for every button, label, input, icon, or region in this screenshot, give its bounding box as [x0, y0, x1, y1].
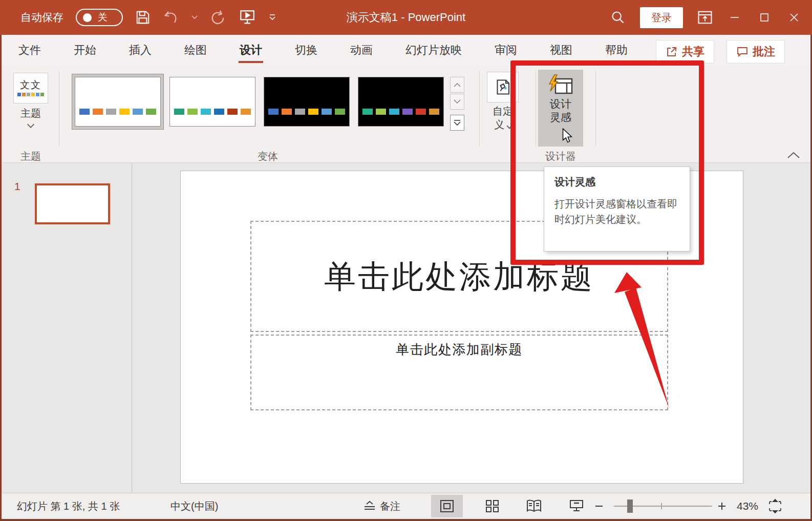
themes-chevron-down-icon — [27, 121, 34, 128]
slide-sorter-icon — [485, 499, 500, 513]
maximize-button[interactable] — [750, 0, 779, 35]
language-status[interactable]: 中文(中国) — [170, 493, 218, 519]
themes-group-label: 主题 — [13, 150, 48, 163]
autosave-toggle[interactable]: 关 — [76, 9, 123, 26]
tab-draw[interactable]: 绘图 — [183, 38, 208, 62]
toggle-knob-icon — [83, 13, 92, 22]
normal-view-button[interactable] — [431, 495, 463, 517]
redo-icon[interactable] — [210, 9, 226, 26]
themes-button-label-wrap[interactable]: 主题 — [13, 107, 48, 129]
reading-view-button[interactable] — [518, 495, 550, 517]
ribbon-separator — [59, 71, 59, 147]
variants-more-button[interactable] — [450, 115, 464, 131]
variants-scroll-up-button[interactable] — [450, 77, 464, 93]
ribbon-separator — [479, 71, 480, 147]
minus-icon — [594, 502, 604, 511]
variant-4-swatches — [361, 108, 441, 117]
zoom-level[interactable]: 43% — [737, 493, 758, 519]
ribbon-display-options-icon[interactable] — [690, 0, 720, 35]
slideshow-view-icon — [569, 499, 584, 513]
undo-icon[interactable] — [163, 10, 179, 25]
format-background-icon — [494, 78, 512, 96]
zoom-out-button[interactable] — [594, 493, 604, 519]
tab-slideshow[interactable]: 幻灯片放映 — [404, 38, 463, 62]
slide-1-thumbnail[interactable] — [35, 183, 110, 224]
undo-dropdown-chevron-icon[interactable] — [191, 15, 198, 19]
tab-animations[interactable]: 动画 — [349, 38, 374, 62]
tab-review[interactable]: 审阅 — [494, 38, 518, 62]
annotation-highlight-box — [510, 60, 704, 265]
window-border-bottom — [0, 519, 812, 521]
comment-icon — [736, 46, 749, 58]
tab-transitions[interactable]: 切换 — [294, 38, 318, 62]
notes-icon — [364, 501, 376, 512]
chevron-up-icon — [787, 152, 800, 159]
variant-thumbnail-1[interactable] — [75, 77, 161, 127]
powerpoint-window: 自动保存 关 — [0, 0, 812, 521]
search-icon[interactable] — [603, 0, 633, 35]
tab-insert[interactable]: 插入 — [128, 38, 153, 62]
autosave-state: 关 — [98, 11, 108, 24]
notes-button[interactable]: 备注 — [364, 493, 400, 519]
slide-info[interactable]: 幻灯片 第 1 张, 共 1 张 — [17, 493, 120, 519]
slide-number: 1 — [14, 180, 20, 193]
normal-view-icon — [440, 499, 454, 513]
status-bar: 幻灯片 第 1 张, 共 1 张 中文(中国) 备注 — [2, 493, 810, 519]
share-icon — [666, 46, 678, 58]
more-gallery-icon — [454, 119, 461, 126]
subtitle-placeholder[interactable]: 单击此处添加副标题 — [250, 335, 668, 410]
minimize-button[interactable] — [720, 0, 750, 35]
variant-thumbnail-4[interactable] — [358, 77, 444, 127]
autosave-label: 自动保存 — [20, 10, 63, 25]
tab-view[interactable]: 视图 — [549, 38, 573, 62]
close-button[interactable] — [779, 0, 809, 35]
themes-gallery-button[interactable]: 文文 — [13, 73, 48, 103]
zoom-slider-thumb[interactable] — [627, 499, 633, 513]
plus-icon — [717, 502, 726, 511]
variants-scroll-down-button[interactable] — [450, 94, 464, 110]
slide-thumbnail-panel: 1 — [2, 163, 132, 493]
variant-thumbnail-3[interactable] — [264, 77, 350, 127]
chevron-down-icon — [454, 99, 461, 104]
themes-button-label: 主题 — [13, 107, 48, 120]
quick-access-toolbar-chevron-icon[interactable] — [268, 14, 276, 20]
sign-in-button[interactable]: 登录 — [640, 7, 683, 28]
collapse-ribbon-button[interactable] — [787, 152, 800, 159]
tab-home[interactable]: 开始 — [73, 38, 97, 62]
fit-to-window-icon — [767, 498, 783, 514]
subtitle-placeholder-text: 单击此处添加副标题 — [396, 341, 523, 359]
variant-3-swatches — [267, 108, 347, 117]
chevron-up-icon — [454, 82, 461, 87]
variant-thumbnail-1-selected-frame[interactable] — [72, 74, 164, 130]
reading-view-icon — [526, 499, 542, 513]
slideshow-view-button[interactable] — [561, 495, 592, 517]
variants-group-label: 变体 — [217, 150, 319, 163]
zoom-slider-center-tick — [661, 503, 662, 509]
save-icon[interactable] — [135, 10, 151, 25]
variant-thumbnail-2[interactable] — [169, 77, 255, 127]
variant-2-swatches — [173, 108, 252, 117]
start-slideshow-icon[interactable] — [239, 9, 256, 26]
window-border-left — [0, 35, 2, 521]
zoom-in-button[interactable] — [717, 493, 726, 519]
comments-button[interactable]: 批注 — [726, 40, 785, 64]
theme-icon-swatches — [17, 92, 45, 96]
theme-icon: 文文 — [20, 80, 41, 90]
fit-slide-to-window-button[interactable] — [767, 493, 783, 519]
title-bar: 自动保存 关 — [0, 0, 812, 35]
tab-design[interactable]: 设计 — [239, 38, 263, 62]
slide-sorter-view-button[interactable] — [477, 495, 508, 517]
variant-1-swatches — [78, 108, 158, 117]
mouse-cursor — [561, 128, 575, 144]
tab-help[interactable]: 帮助 — [604, 38, 629, 62]
annotation-arrow — [609, 268, 676, 413]
tab-file[interactable]: 文件 — [17, 38, 42, 62]
